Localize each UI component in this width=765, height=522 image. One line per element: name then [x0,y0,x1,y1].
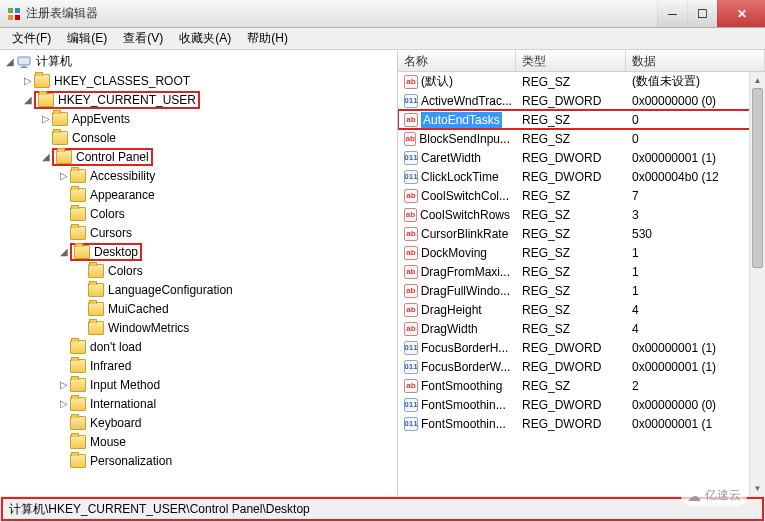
scrollbar-vertical[interactable]: ▲ ▼ [749,72,765,496]
cell-name: abAutoEndTasks [398,112,516,128]
minimize-button[interactable]: ─ [657,0,687,27]
list-row[interactable]: 011ActiveWndTrac...REG_DWORD0x00000000 (… [398,91,765,110]
tree-item[interactable]: WindowMetrics [0,318,397,337]
tree-item[interactable]: Mouse [0,432,397,451]
watermark-text: 亿速云 [705,487,741,504]
list-row[interactable]: abDockMovingREG_SZ1 [398,243,765,262]
binary-value-icon: 011 [404,360,418,374]
tree-item[interactable]: Cursors [0,223,397,242]
tree-label: Input Method [90,378,160,392]
scroll-thumb[interactable] [752,88,763,268]
string-value-icon: ab [404,113,418,127]
scroll-down-icon[interactable]: ▼ [750,480,765,496]
tree-item[interactable]: ◢Control Panel [0,147,397,166]
col-name[interactable]: 名称 [398,50,516,71]
list-row[interactable]: abFontSmoothingREG_SZ2 [398,376,765,395]
tree-item[interactable]: Colors [0,204,397,223]
tree-item[interactable]: ◢Desktop [0,242,397,261]
list-row[interactable]: 011ClickLockTimeREG_DWORD0x000004b0 (12 [398,167,765,186]
tree-root[interactable]: ◢ 计算机 [0,52,397,71]
cell-type: REG_SZ [516,208,626,222]
maximize-button[interactable]: ☐ [687,0,717,27]
tree-item[interactable]: LanguageConfiguration [0,280,397,299]
expander-icon[interactable]: ◢ [22,94,34,105]
folder-icon [88,283,104,297]
watermark: ☁ 亿速云 [681,485,747,506]
cell-name: abDragHeight [398,303,516,317]
cell-type: REG_DWORD [516,360,626,374]
cell-type: REG_SZ [516,132,626,146]
tree-item[interactable]: ▷Input Method [0,375,397,394]
tree-item[interactable]: ◢HKEY_CURRENT_USER [0,90,397,109]
col-data[interactable]: 数据 [626,50,765,71]
tree-item[interactable]: ▷AppEvents [0,109,397,128]
binary-value-icon: 011 [404,151,418,165]
menu-favorites[interactable]: 收藏夹(A) [171,28,239,49]
menu-file[interactable]: 文件(F) [4,28,59,49]
tree-panel[interactable]: ◢ 计算机 ▷HKEY_CLASSES_ROOT◢HKEY_CURRENT_US… [0,50,398,496]
cell-type: REG_SZ [516,246,626,260]
list-row[interactable]: abAutoEndTasksREG_SZ0 [398,110,765,129]
tree-item[interactable]: Colors [0,261,397,280]
list-row[interactable]: abDragFromMaxi...REG_SZ1 [398,262,765,281]
tree-item[interactable]: MuiCached [0,299,397,318]
tree-label: Control Panel [76,150,149,164]
list-row[interactable]: ab(默认)REG_SZ(数值未设置) [398,72,765,91]
menu-help[interactable]: 帮助(H) [239,28,296,49]
list-row[interactable]: 011FocusBorderW...REG_DWORD0x00000001 (1… [398,357,765,376]
col-type[interactable]: 类型 [516,50,626,71]
cell-data: (数值未设置) [626,73,765,90]
expander-icon[interactable]: ◢ [4,56,16,67]
cell-name: abDockMoving [398,246,516,260]
value-name: DockMoving [421,246,487,260]
cell-data: 0x00000001 (1) [626,360,765,374]
list-body[interactable]: ab(默认)REG_SZ(数值未设置)011ActiveWndTrac...RE… [398,72,765,433]
scroll-up-icon[interactable]: ▲ [750,72,765,88]
close-button[interactable]: ✕ [717,0,765,27]
tree-item[interactable]: ▷Accessibility [0,166,397,185]
expander-icon[interactable]: ▷ [58,170,70,181]
value-name: FontSmoothing [421,379,502,393]
string-value-icon: ab [404,208,417,222]
list-row[interactable]: abCoolSwitchCol...REG_SZ7 [398,186,765,205]
expander-icon[interactable]: ▷ [22,75,34,86]
tree-item[interactable]: Personalization [0,451,397,470]
value-name: DragWidth [421,322,478,336]
tree-label: HKEY_CURRENT_USER [58,93,196,107]
expander-icon[interactable]: ▷ [58,379,70,390]
tree-item[interactable]: Keyboard [0,413,397,432]
menu-view[interactable]: 查看(V) [115,28,171,49]
window-buttons: ─ ☐ ✕ [657,0,765,27]
folder-icon [38,93,54,107]
tree-item[interactable]: ▷HKEY_CLASSES_ROOT [0,71,397,90]
tree-item[interactable]: Console [0,128,397,147]
list-row[interactable]: abBlockSendInpu...REG_SZ0 [398,129,765,148]
tree-item[interactable]: Appearance [0,185,397,204]
list-row[interactable]: 011FocusBorderH...REG_DWORD0x00000001 (1… [398,338,765,357]
tree-item[interactable]: Infrared [0,356,397,375]
expander-icon[interactable]: ▷ [40,113,52,124]
cell-data: 0x00000001 (1 [626,417,765,431]
list-row[interactable]: 011FontSmoothin...REG_DWORD0x00000000 (0… [398,395,765,414]
list-row[interactable]: abDragFullWindo...REG_SZ1 [398,281,765,300]
cell-data: 4 [626,322,765,336]
svg-rect-3 [15,15,20,20]
tree-item[interactable]: ▷International [0,394,397,413]
cell-data: 4 [626,303,765,317]
highlight-box: Desktop [70,243,142,261]
list-row[interactable]: abCoolSwitchRowsREG_SZ3 [398,205,765,224]
cell-type: REG_DWORD [516,417,626,431]
tree-item[interactable]: don't load [0,337,397,356]
expander-icon[interactable]: ◢ [40,151,52,162]
list-row[interactable]: abDragHeightREG_SZ4 [398,300,765,319]
menu-edit[interactable]: 编辑(E) [59,28,115,49]
list-row[interactable]: abDragWidthREG_SZ4 [398,319,765,338]
list-row[interactable]: abCursorBlinkRateREG_SZ530 [398,224,765,243]
list-row[interactable]: 011CaretWidthREG_DWORD0x00000001 (1) [398,148,765,167]
value-name: CoolSwitchCol... [421,189,509,203]
tree-label: Cursors [90,226,132,240]
list-row[interactable]: 011FontSmoothin...REG_DWORD0x00000001 (1 [398,414,765,433]
expander-icon[interactable]: ▷ [58,398,70,409]
expander-icon[interactable]: ◢ [58,246,70,257]
content: ◢ 计算机 ▷HKEY_CLASSES_ROOT◢HKEY_CURRENT_US… [0,50,765,496]
